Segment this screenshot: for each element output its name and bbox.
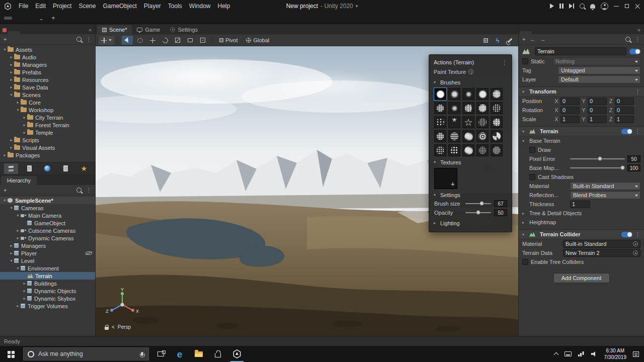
unity-taskbar-button[interactable] [227,346,247,362]
kebab-menu-icon[interactable]: ⋮ [635,36,640,43]
scene-toolbar-button[interactable]: ϟ [492,36,503,45]
touch-keyboard-icon[interactable] [565,351,572,356]
kebab-menu-icon[interactable]: ⋮ [635,88,640,95]
object-picker-icon[interactable] [633,250,638,255]
foldout-arrow-icon[interactable]: ▸ [9,70,14,74]
foldout-arrow-icon[interactable]: ▾ [522,139,527,143]
tree-row[interactable]: ▸ Forest Terrain [0,121,95,129]
enable-tree-colliders-checkbox[interactable] [522,259,528,265]
tree-row[interactable]: ▸ Resources [0,76,95,83]
network-icon[interactable] [578,351,585,356]
transform-component-header[interactable]: ▾ Transform ⋮ [519,86,644,97]
terrain-data-field[interactable]: New Terrain 2 [563,249,640,257]
scene-toolbar-button[interactable] [504,36,515,45]
search-icon[interactable] [76,37,82,42]
static-checkbox[interactable] [522,58,528,64]
tree-row[interactable]: Terrain [0,272,95,280]
texture-slot[interactable]: + [434,168,457,189]
y-field[interactable]: 1 [588,116,607,123]
tool-button[interactable] [147,36,158,45]
tree-detail-foldout[interactable]: ▸ Tree & Detail Objects [519,209,644,218]
favorite-filter-button[interactable] [22,163,36,174]
step-button[interactable] [569,4,574,9]
foldout-arrow-icon[interactable]: ▾ [522,129,527,134]
foldout-arrow-icon[interactable]: ▸ [9,243,14,248]
foldout-arrow-icon[interactable]: ▸ [9,251,14,255]
tree-row[interactable]: ▸ Core [0,99,95,106]
axis-y-label[interactable]: Y [121,288,124,292]
action-center-icon[interactable] [633,351,639,357]
foldout-arrow-icon[interactable]: ▸ [2,153,8,157]
pause-button[interactable] [559,4,564,9]
kebab-menu-icon[interactable]: ⋮ [502,59,507,66]
draw-checkbox[interactable] [529,147,535,153]
brush-thumbnail[interactable] [491,116,503,128]
slider[interactable] [465,210,491,216]
tag-dropdown[interactable]: Untagged [558,66,640,74]
tree-row[interactable]: ▸ Managers [0,242,95,249]
brush-thumbnail[interactable] [462,88,474,100]
brush-thumbnail[interactable] [491,144,503,156]
tab-hierarchy[interactable]: Hierarchy [1,176,37,185]
tree-row[interactable]: ▾ SampleScene* [0,197,95,204]
tree-row[interactable]: ▸ Managers [0,61,95,68]
foldout-arrow-icon[interactable]: ▸ [22,289,27,293]
projection-label[interactable]: Persp [118,324,131,330]
foldout-arrow-icon[interactable]: ▸ [22,123,27,127]
reflection-dropdown[interactable]: Blend Probes [570,191,640,199]
brush-thumbnail[interactable] [434,144,446,156]
foldout-arrow-icon[interactable]: ▸ [9,85,14,89]
create-object-button[interactable]: + [4,187,7,193]
global-toggle-button[interactable]: Global [243,36,273,44]
axis-x-label[interactable]: X [136,309,139,314]
show-hidden-icons-button[interactable] [553,352,558,357]
menu-item[interactable]: Help [214,2,234,11]
favorite-filter-button[interactable] [40,163,54,174]
menu-item[interactable]: Tools [165,2,186,11]
tree-row[interactable]: ▾ Level [0,257,95,264]
minimize-button[interactable] [614,4,619,9]
search-icon[interactable] [580,4,585,9]
forward-arrow-icon[interactable]: → [540,36,545,42]
kebab-menu-icon[interactable]: ⋮ [86,187,92,194]
cast-shadows-checkbox[interactable] [529,174,535,180]
terrain-collider-header[interactable]: ▾ Terrain Collider ⋮ [519,229,644,239]
tree-row[interactable]: ▸ Scripts [0,136,95,144]
pivot-toggle-button[interactable]: Pivot [216,36,241,44]
foldout-arrow-icon[interactable]: ▸ [22,115,27,120]
lighting-foldout[interactable]: ▸ Lighting [434,219,507,227]
taskbar-search[interactable]: Ask me anything [23,347,149,360]
foldout-arrow-icon[interactable]: ▾ [15,108,21,112]
tree-row[interactable]: ▸ Prefabs [0,68,95,76]
orientation-gizmo[interactable]: Y X Z [104,288,141,319]
foldout-arrow-icon[interactable]: ▾ [522,89,527,94]
view-tab[interactable]: Settings [165,25,203,34]
brush-thumbnail[interactable] [462,130,474,142]
component-enabled-toggle[interactable] [621,232,632,237]
object-name-field[interactable] [535,47,626,55]
kebab-menu-icon[interactable]: ⋮ [86,36,92,43]
add-workspace-tab-button[interactable]: + [48,14,58,22]
store-button[interactable] [208,346,227,362]
project-title[interactable]: New project - Unity 2020 ▾ [286,3,358,10]
x-field[interactable]: 0 [560,98,580,105]
axis-z-label[interactable]: Z [106,309,109,314]
projection-mode[interactable]: < Persp [105,324,131,330]
z-field[interactable]: 0 [615,107,634,114]
foldout-arrow-icon[interactable]: ▾ [15,213,21,218]
tool-button[interactable] [122,36,133,45]
tree-row[interactable]: ▸ Packages [0,151,95,159]
tree-row[interactable]: ▸ Temple [0,129,95,136]
heightmap-foldout[interactable]: ▸ Heightmap [519,218,644,227]
kebab-menu-icon[interactable]: ⋮ [635,231,640,238]
tree-row[interactable]: ▾ Environment [0,264,95,272]
foldout-arrow-icon[interactable]: ▸ [9,62,14,67]
scene-viewport[interactable]: Actions (Terrain) ⋮ Paint Texture ▾ Brus… [96,46,518,336]
brush-thumbnail[interactable] [491,130,503,142]
component-enabled-toggle[interactable] [621,129,632,134]
textures-foldout[interactable]: ▾ Textures [434,158,507,166]
tree-row[interactable]: ▾ Workshop [0,106,95,114]
brush-thumbnail[interactable] [448,102,460,114]
menu-item[interactable]: File [15,2,32,11]
foldout-arrow-icon[interactable]: ▸ [22,281,27,286]
